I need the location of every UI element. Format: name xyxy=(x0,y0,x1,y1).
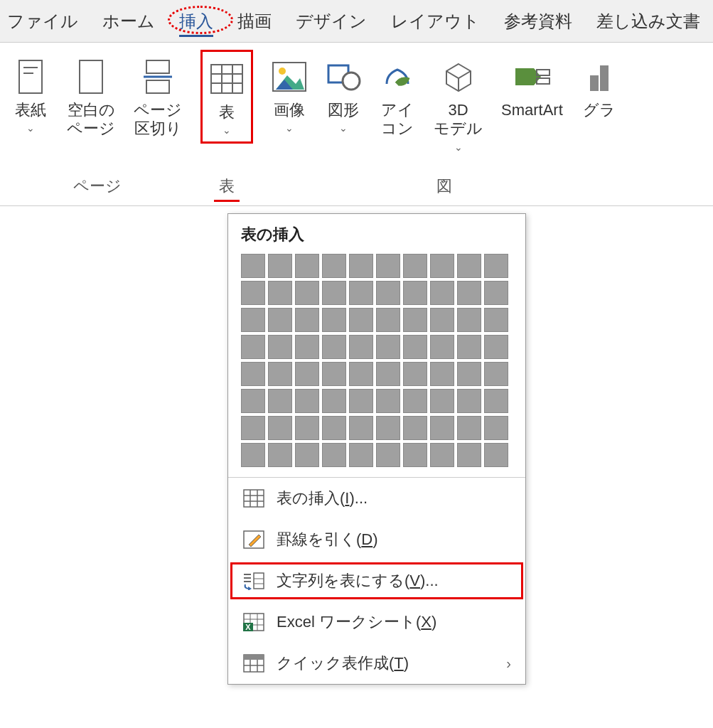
blank-page-icon xyxy=(77,55,105,98)
ribbon-btn-cover-page[interactable]: 表紙⌄ xyxy=(6,50,55,144)
ribbon-group-label: ページ xyxy=(73,171,122,203)
ribbon-btn-blank-page[interactable]: 空白のページ xyxy=(60,50,122,144)
svg-point-13 xyxy=(279,68,286,75)
shapes-icon xyxy=(326,55,361,98)
ribbon-btn-pictures[interactable]: 画像⌄ xyxy=(264,50,314,159)
ribbon-group-pages: 表紙⌄空白のページページ区切りページ xyxy=(0,47,195,205)
ribbon-group-tables: 表⌄表 xyxy=(195,47,259,205)
chevron-down-icon: ⌄ xyxy=(285,122,294,134)
ribbon-btn-label: 画像 xyxy=(274,101,305,119)
svg-rect-3 xyxy=(80,60,102,93)
menu-tab-6[interactable]: 参考資料 xyxy=(500,3,577,40)
annotation-circle xyxy=(168,6,233,34)
ribbon-group-illustrations: 画像⌄図形⌄アイコン3Dモデル⌄SmartArtグラ図 xyxy=(259,47,630,205)
ribbon-btn-shapes[interactable]: 図形⌄ xyxy=(318,50,368,159)
ribbon-group-label: 表 xyxy=(219,171,235,203)
menu-tab-2[interactable]: 挿入 xyxy=(175,3,218,40)
ribbon: 表紙⌄空白のページページ区切りページ表⌄表画像⌄図形⌄アイコン3Dモデル⌄Sma… xyxy=(0,43,713,206)
svg-point-17 xyxy=(343,73,360,90)
ribbon-btn-label: アイコン xyxy=(381,101,414,139)
picture-icon xyxy=(272,55,307,98)
ribbon-btn-3d-models[interactable]: 3Dモデル⌄ xyxy=(427,50,490,159)
menu-tab-7[interactable]: 差し込み文書 xyxy=(592,3,704,40)
svg-rect-0 xyxy=(19,60,42,93)
menu-tab-5[interactable]: レイアウト xyxy=(387,3,484,40)
chevron-down-icon: ⌄ xyxy=(26,122,35,134)
ribbon-btn-icons[interactable]: アイコン xyxy=(372,50,422,159)
svg-rect-6 xyxy=(146,80,169,93)
ribbon-btn-label: 空白のページ xyxy=(67,101,115,139)
menubar: ファイルホーム挿入描画デザインレイアウト参考資料差し込み文書 xyxy=(0,0,713,43)
ribbon-btn-label: 図形 xyxy=(328,101,359,119)
table-icon xyxy=(210,58,244,100)
menu-tab-3[interactable]: 描画 xyxy=(233,3,276,40)
icons-icon xyxy=(380,55,415,98)
ribbon-btn-label: グラ xyxy=(583,101,616,119)
svg-rect-22 xyxy=(600,65,609,91)
chevron-down-icon: ⌄ xyxy=(454,141,463,153)
ribbon-btn-label: 3Dモデル xyxy=(434,101,483,139)
chevron-down-icon: ⌄ xyxy=(339,122,348,134)
ribbon-btn-smartart[interactable]: SmartArt xyxy=(494,50,570,159)
svg-rect-21 xyxy=(590,75,599,91)
menu-tab-0[interactable]: ファイル xyxy=(3,3,82,40)
ribbon-btn-label: 表 xyxy=(219,103,235,122)
svg-rect-7 xyxy=(211,65,242,93)
3d-model-icon xyxy=(441,55,476,98)
smartart-icon xyxy=(513,55,551,98)
cover-page-icon xyxy=(16,55,45,98)
svg-rect-4 xyxy=(146,60,169,73)
ribbon-btn-label: ページ区切り xyxy=(134,101,182,139)
menu-tab-4[interactable]: デザイン xyxy=(291,3,371,40)
ribbon-btn-table[interactable]: 表⌄ xyxy=(200,50,253,144)
ribbon-group-label: 図 xyxy=(436,171,452,203)
ribbon-btn-label: 表紙 xyxy=(15,101,46,119)
ribbon-btn-label: SmartArt xyxy=(501,101,563,119)
chevron-down-icon: ⌄ xyxy=(223,124,231,136)
page-break-icon xyxy=(144,55,172,98)
menu-tab-1[interactable]: ホーム xyxy=(98,3,159,40)
ribbon-btn-chart[interactable]: グラ xyxy=(574,50,624,159)
chart-icon xyxy=(589,55,610,98)
ribbon-btn-page-break[interactable]: ページ区切り xyxy=(127,50,189,144)
